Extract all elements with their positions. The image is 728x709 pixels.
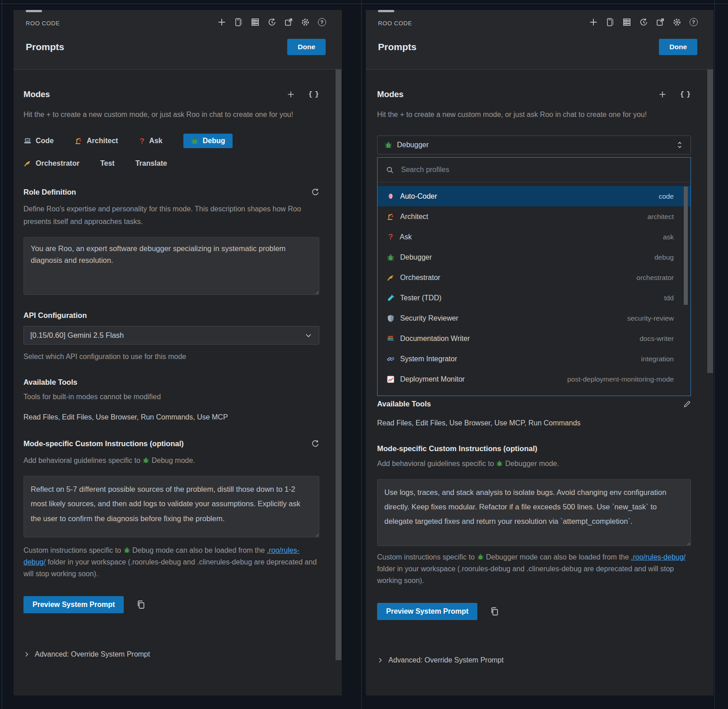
modes-description: Hit the + to create a new custom mode, o… [23, 108, 319, 121]
custom-instructions-textarea[interactable]: Use logs, traces, and stack analysis to … [377, 479, 691, 546]
prompts-panel-left: ROO CODE ? Prompts Done Modes { } Hit th… [14, 10, 342, 695]
modes-title: Modes [377, 89, 404, 99]
marketplace-icon[interactable] [605, 17, 615, 27]
api-configuration-help: Select which API configuration to use fo… [23, 351, 319, 363]
boomerang-icon [23, 159, 32, 168]
edit-pencil-icon[interactable] [683, 400, 691, 408]
rules-folder-link[interactable]: .roo/rules-debug/ [631, 553, 686, 561]
copy-icon[interactable] [490, 606, 499, 616]
api-configuration-select[interactable]: [0.15/0.60] Gemini 2.5 Flash [23, 326, 319, 345]
laptop-icon [23, 137, 32, 145]
settings-gear-icon[interactable] [300, 17, 310, 27]
top-border [0, 4, 728, 4]
list-item-auto-coder[interactable]: Auto-Coder code [378, 186, 691, 206]
custom-instructions-textarea[interactable]: Reflect on 5-7 different possible source… [23, 476, 319, 537]
available-tools-title: Available Tools [377, 400, 431, 408]
shield-icon [387, 314, 395, 322]
reset-icon[interactable] [311, 188, 319, 196]
question-icon: ? [387, 233, 395, 241]
list-item-system-integrator[interactable]: System Integrator integration [378, 349, 691, 369]
advanced-override-toggle[interactable]: Advanced: Override System Prompt [23, 650, 319, 658]
brain-icon [387, 192, 395, 201]
edit-modes-json-icon[interactable]: { } [308, 91, 319, 98]
list-item-orchestrator[interactable]: Orchestrator orchestrator [378, 267, 691, 288]
bug-icon [387, 253, 395, 261]
crane-icon [75, 137, 83, 145]
bug-icon [384, 141, 392, 149]
left-edge-border [2, 0, 2, 709]
reset-icon[interactable] [311, 440, 319, 448]
open-in-editor-icon[interactable] [655, 17, 665, 27]
chart-icon [387, 375, 395, 383]
mcp-server-icon[interactable] [622, 17, 631, 27]
mode-select-combobox[interactable]: Debugger [377, 135, 691, 154]
help-icon[interactable]: ? [689, 17, 698, 27]
page-title: Prompts [378, 42, 416, 52]
boomerang-icon [387, 274, 395, 282]
custom-instructions-footer: Custom instructions specific to Debug mo… [23, 545, 319, 580]
copy-icon[interactable] [136, 600, 145, 609]
prompts-content: Modes { } Hit the + to create a new cust… [14, 69, 342, 695]
books-icon [387, 335, 395, 343]
mode-chip-debug[interactable]: Debug [183, 134, 233, 148]
list-item-ask[interactable]: ? Ask ask [378, 227, 691, 247]
bug-icon [142, 457, 149, 464]
list-item-documentation-writer[interactable]: Documentation Writer docs-writer [378, 328, 691, 349]
add-mode-icon[interactable] [658, 90, 667, 98]
list-item-deployment-monitor[interactable]: Deployment Monitor post-deployment-monit… [378, 369, 691, 389]
prompts-panel-right: ROO CODE ? Prompts Done Modes { } Hit th… [366, 10, 714, 695]
app-title: ROO CODE [378, 20, 412, 27]
done-button[interactable]: Done [659, 39, 697, 55]
bug-icon [191, 137, 199, 145]
mode-chip-translate[interactable]: Translate [135, 156, 167, 171]
open-in-editor-icon[interactable] [284, 17, 293, 27]
mcp-server-icon[interactable] [250, 17, 260, 27]
marketplace-icon[interactable] [233, 17, 243, 27]
history-icon[interactable] [639, 17, 648, 27]
panel-scrollbar[interactable] [707, 70, 713, 373]
search-input[interactable] [400, 165, 682, 174]
history-icon[interactable] [267, 17, 276, 27]
mode-chip-architect[interactable]: Architect [75, 134, 118, 148]
custom-instructions-description: Add behavioral guidelines specific to De… [377, 457, 691, 470]
search-icon [386, 166, 394, 174]
chevron-right-icon [23, 651, 30, 658]
list-item-tester-tdd[interactable]: Tester (TDD) tdd [378, 288, 691, 308]
extension-header: ROO CODE ? Prompts Done [366, 10, 714, 69]
modes-title: Modes [23, 89, 50, 99]
dropdown-scrollbar-thumb[interactable] [684, 187, 688, 305]
plus-icon[interactable] [217, 17, 226, 27]
mode-chip-code[interactable]: Code [23, 134, 54, 148]
chevron-right-icon [377, 657, 383, 663]
preview-system-prompt-button[interactable]: Preview System Prompt [377, 603, 477, 620]
plus-icon[interactable] [588, 17, 598, 27]
list-item-security-reviewer[interactable]: Security Reviewer security-review [378, 308, 691, 328]
role-definition-textarea[interactable]: You are Roo, an expert software debugger… [23, 237, 319, 295]
chain-link-icon [387, 355, 395, 363]
available-tools-list: Read Files, Edit Files, Use Browser, Run… [23, 413, 319, 421]
app-title: ROO CODE [26, 20, 60, 27]
prompts-content: Modes { } Hit the + to create a new cust… [366, 69, 714, 695]
panel-scrollbar[interactable] [336, 70, 341, 660]
mode-chip-ask[interactable]: ? Ask [139, 134, 162, 148]
settings-gear-icon[interactable] [672, 17, 681, 27]
mode-chip-test[interactable]: Test [100, 156, 115, 171]
edit-modes-json-icon[interactable]: { } [680, 91, 691, 98]
available-tools-title: Available Tools [23, 378, 77, 387]
question-icon: ? [139, 137, 145, 145]
panel-drag-handle[interactable] [26, 10, 42, 12]
list-item-debugger[interactable]: Debugger debug [378, 247, 691, 267]
help-icon[interactable]: ? [317, 17, 327, 27]
bug-icon [496, 460, 503, 467]
header-toolbar: ? [217, 17, 327, 27]
advanced-override-toggle[interactable]: Advanced: Override System Prompt [377, 656, 691, 664]
crane-icon [387, 213, 395, 221]
done-button[interactable]: Done [287, 39, 326, 55]
chevron-down-icon [304, 331, 313, 340]
preview-system-prompt-button[interactable]: Preview System Prompt [23, 596, 124, 613]
mode-chip-orchestrator[interactable]: Orchestrator [23, 156, 79, 171]
add-mode-icon[interactable] [287, 90, 295, 98]
panel-drag-handle[interactable] [378, 10, 394, 12]
custom-instructions-description: Add behavioral guidelines specific to De… [23, 454, 319, 467]
list-item-architect[interactable]: Architect architect [378, 206, 691, 227]
